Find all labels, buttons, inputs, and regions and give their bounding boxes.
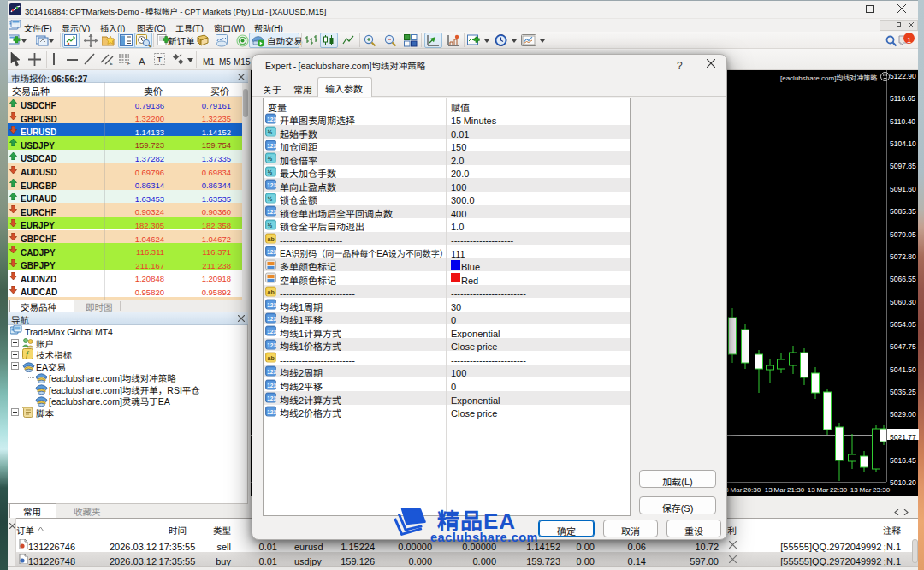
svg-text:123: 123 [267,380,276,389]
svg-text:123: 123 [267,247,276,256]
svg-text:ab: ab [268,234,275,242]
svg-text:123: 123 [267,140,276,149]
svg-text:½: ½ [268,194,273,203]
svg-text:123: 123 [267,300,276,309]
svg-text:T: T [157,53,163,65]
svg-text:ab: ab [268,287,275,295]
svg-text:½: ½ [268,221,273,229]
svg-text:F: F [127,60,131,65]
svg-text:123: 123 [267,407,276,415]
svg-text:ab: ab [268,353,275,362]
svg-text:E: E [110,60,113,65]
svg-text:123: 123 [267,394,276,402]
svg-text:123: 123 [267,327,276,335]
svg-text:½: ½ [268,128,273,136]
svg-text:½: ½ [268,167,273,175]
svg-text:123: 123 [267,114,276,122]
svg-text:½: ½ [268,154,273,163]
svg-text:123: 123 [267,314,276,323]
svg-text:123: 123 [267,341,276,349]
svg-text:123: 123 [267,181,276,189]
svg-text:123: 123 [267,207,276,216]
svg-text:123: 123 [267,367,276,376]
